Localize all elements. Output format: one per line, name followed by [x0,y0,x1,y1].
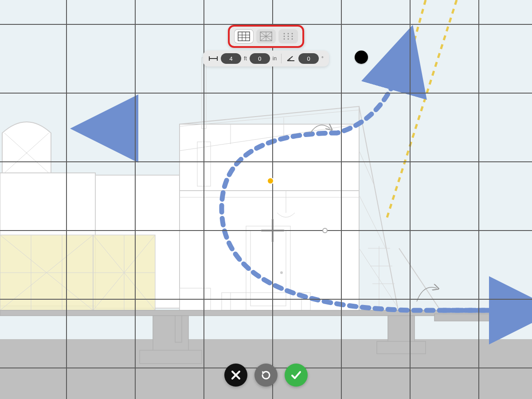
grid-edit-canvas[interactable]: 4 ft 0 in 0 ° [0,0,532,399]
action-bar [224,364,308,387]
svg-point-83 [288,39,289,40]
angle-unit-label: ° [321,55,324,62]
snap-marker[interactable] [322,228,328,233]
svg-rect-66 [238,32,250,41]
close-icon [230,369,242,381]
spacing-feet-input[interactable]: 4 [221,53,241,64]
svg-point-76 [284,33,285,35]
crosshair-icon [262,219,284,242]
confirm-button[interactable] [285,364,308,387]
svg-point-84 [292,39,293,40]
dimension-toolbar: 4 ft 0 in 0 ° [203,51,329,66]
cancel-button[interactable] [224,364,247,387]
svg-point-79 [284,36,285,37]
svg-point-78 [292,33,293,35]
grid-dots-icon [282,31,294,41]
svg-point-77 [288,33,289,35]
grid-dots-button[interactable] [278,29,298,43]
svg-point-80 [288,36,289,37]
angle-input[interactable]: 0 [298,53,319,64]
toolbar-separator [281,54,282,63]
svg-point-82 [284,39,285,40]
distance-icon [208,55,218,62]
grid-cross-icon [260,31,272,41]
reset-button[interactable] [254,364,278,387]
svg-point-81 [292,36,293,37]
grid-color-swatch[interactable] [355,51,368,64]
origin-marker[interactable] [268,178,273,184]
grid-lines-button[interactable] [234,29,254,43]
spacing-inches-input[interactable]: 0 [250,53,270,64]
grid-lines-icon [238,31,250,41]
angle-icon [286,55,296,62]
check-icon [290,369,302,381]
inches-unit-label: in [273,55,277,62]
feet-unit-label: ft [244,55,247,62]
grid-style-toolbar [228,25,304,48]
refresh-icon [260,369,272,381]
grid-cross-button[interactable] [256,29,276,43]
